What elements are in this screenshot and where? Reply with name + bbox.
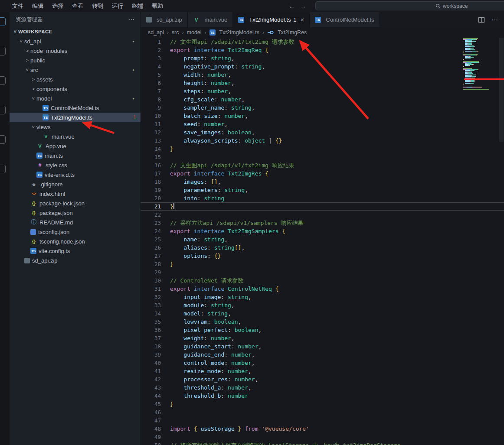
code-line-43[interactable]: 43 threshold_a: number, — [141, 383, 504, 392]
code-line-11[interactable]: 11 seed: number, — [141, 120, 504, 128]
code-line-6[interactable]: 6 height: number, — [141, 79, 504, 87]
code-line-38[interactable]: 38 guidance_start: number, — [141, 342, 504, 351]
scrollbar-thumb[interactable] — [499, 38, 504, 142]
code-line-30[interactable]: 30// ControleNet 请求参数 — [141, 276, 504, 285]
menu-item-3[interactable]: 选择 — [48, 0, 68, 12]
editor-more-actions-icon[interactable]: ⋯ — [491, 16, 498, 24]
tree-item-assets[interactable]: >assets — [10, 75, 141, 84]
tree-item-node_modules[interactable]: >node_modules — [10, 46, 141, 55]
code-line-18[interactable]: 18 images: [], — [141, 178, 504, 186]
tree-item-vite.config.ts[interactable]: TSvite.config.ts — [10, 246, 141, 256]
code-line-48[interactable]: 48import { useStorage } from '@vueuse/co… — [141, 425, 504, 433]
code-line-29[interactable]: 29 — [141, 268, 504, 276]
minimap[interactable] — [463, 38, 499, 90]
nav-back-icon[interactable]: ← — [289, 3, 295, 10]
code-line-7[interactable]: 7 steps: number, — [141, 87, 504, 95]
breadcrumb-item-Txt2ImgModel.ts[interactable]: TSTxt2ImgModel.ts — [209, 29, 259, 36]
extensions-icon[interactable] — [0, 135, 6, 144]
breadcrumb-item-Txt2ImgRes[interactable]: Txt2ImgRes — [267, 29, 307, 36]
code-line-13[interactable]: 13 alwayson_scripts: object | {} — [141, 136, 504, 145]
chevron-down-icon[interactable]: > — [31, 124, 36, 130]
code-line-10[interactable]: 10 batch_size: number, — [141, 112, 504, 120]
breadcrumb-item-model[interactable]: model — [187, 29, 202, 36]
tree-item-ControlNetModel.ts[interactable]: TSControlNetModel.ts — [10, 103, 141, 113]
code-line-27[interactable]: 27 options: {} — [141, 252, 504, 260]
code-line-17[interactable]: 17export interface Txt2ImgRes { — [141, 169, 504, 178]
tree-item-sd_api[interactable]: >sd_api● — [10, 36, 141, 46]
code-line-39[interactable]: 39 guidance_end: number, — [141, 351, 504, 359]
code-line-41[interactable]: 41 resize_mode: number, — [141, 367, 504, 375]
chevron-down-icon[interactable]: > — [31, 95, 36, 101]
tree-item-src[interactable]: >src● — [10, 65, 141, 75]
tree-item-components[interactable]: >components — [10, 84, 141, 94]
code-line-23[interactable]: 23// 采样方法api /sdapi/v1/samplers 响应结果 — [141, 219, 504, 227]
tree-item-main.ts[interactable]: TSmain.ts — [10, 151, 141, 160]
tree-item-sd_api.zip[interactable]: sd_api.zip — [10, 256, 141, 265]
command-search-input[interactable]: workspace — [315, 1, 504, 10]
code-line-25[interactable]: 25 name: string, — [141, 235, 504, 244]
tree-item-vite-env.d.ts[interactable]: TSvite-env.d.ts — [10, 170, 141, 179]
breadcrumb-item-sd_api[interactable]: sd_api — [148, 29, 164, 36]
menu-item-1[interactable]: 文件 — [8, 0, 28, 12]
chevron-right-icon[interactable]: > — [30, 86, 36, 91]
code-line-28[interactable]: 28} — [141, 260, 504, 268]
code-line-47[interactable]: 47 — [141, 416, 504, 425]
code-line-21[interactable]: 21} — [141, 202, 504, 211]
tree-item-public[interactable]: >public — [10, 55, 141, 65]
tree-item-tsconfig.node.json[interactable]: {}tsconfig.node.json — [10, 237, 141, 246]
tab-sd_api.zip[interactable]: sd_api.zip — [141, 12, 188, 27]
nav-forward-icon[interactable]: → — [300, 3, 306, 10]
code-line-24[interactable]: 24export interface Txt2ImgSamplers { — [141, 227, 504, 235]
code-line-1[interactable]: 1// 文生图api /sdapi/v1/txt2img 请求参数 — [141, 38, 504, 46]
code-line-12[interactable]: 12 save_images: boolean, — [141, 128, 504, 136]
breadcrumb-item-src[interactable]: src — [172, 29, 179, 36]
code-line-34[interactable]: 34 model: string, — [141, 309, 504, 318]
code-line-35[interactable]: 35 lowvram: boolean, — [141, 318, 504, 326]
code-line-45[interactable]: 45} — [141, 400, 504, 408]
code-line-26[interactable]: 26 aliases: string[], — [141, 244, 504, 252]
tab-main.vue[interactable]: Vmain.vue — [188, 12, 233, 27]
code-line-2[interactable]: 2export interface Txt2ImgReq { — [141, 46, 504, 54]
code-line-8[interactable]: 8 cfg_scale: number, — [141, 95, 504, 104]
code-line-20[interactable]: 20 info: string — [141, 194, 504, 202]
menu-item-6[interactable]: 运行 — [108, 0, 128, 12]
chevron-right-icon[interactable]: > — [30, 77, 36, 82]
code-line-9[interactable]: 9 sampler_name: string, — [141, 104, 504, 112]
tree-item-model[interactable]: >model● — [10, 94, 141, 103]
code-line-5[interactable]: 5 width: number, — [141, 71, 504, 79]
chevron-down-icon[interactable]: > — [19, 38, 24, 44]
files-icon[interactable] — [0, 17, 6, 26]
code-line-49[interactable]: 49 — [141, 433, 504, 441]
menu-item-2[interactable]: 编辑 — [28, 0, 48, 12]
code-line-19[interactable]: 19 parameters: string, — [141, 186, 504, 194]
search-icon[interactable] — [0, 47, 6, 55]
chevron-down-icon[interactable]: > — [25, 67, 30, 73]
code-line-22[interactable]: 22 — [141, 211, 504, 219]
code-line-44[interactable]: 44 threshold_b: number — [141, 392, 504, 400]
code-line-14[interactable]: 14} — [141, 145, 504, 153]
tree-item-index.html[interactable]: <>index.html — [10, 189, 141, 198]
tab-ControlNetModel.ts[interactable]: TSControlNetModel.ts — [310, 12, 380, 27]
tree-item-.gitignore[interactable]: ◆.gitignore — [10, 179, 141, 189]
workspace-section-header[interactable]: > WORKSPACE — [10, 27, 141, 36]
tree-item-package-lock.json[interactable]: {}package-lock.json — [10, 198, 141, 208]
code-line-15[interactable]: 15 — [141, 153, 504, 161]
menu-item-7[interactable]: 终端 — [128, 0, 147, 12]
code-line-50[interactable]: 50// 将所有组件的输入保存在浏览器的 localStorage 中，key为… — [141, 441, 504, 445]
code-line-32[interactable]: 32 input_image: string, — [141, 293, 504, 301]
code-line-33[interactable]: 33 module: string, — [141, 301, 504, 309]
tab-Txt2ImgModel.ts[interactable]: TSTxt2ImgModel.ts1× — [233, 12, 310, 27]
code-line-31[interactable]: 31export interface ControlNetReq { — [141, 285, 504, 293]
code-line-16[interactable]: 16// 文生图api /sdapi/v1/txt2img 响应结果 — [141, 161, 504, 169]
tree-item-tsconfig.json[interactable]: tsconfig.json — [10, 227, 141, 237]
tree-item-Txt2ImgModel.ts[interactable]: TSTxt2ImgModel.ts1 — [10, 113, 141, 122]
chevron-right-icon[interactable]: > — [24, 48, 30, 53]
tree-item-package.json[interactable]: {}package.json — [10, 208, 141, 218]
code-line-37[interactable]: 37 weight: number, — [141, 334, 504, 342]
editor-scrollbar[interactable] — [499, 38, 504, 445]
code-line-36[interactable]: 36 pixel_perfect: boolean, — [141, 326, 504, 334]
tree-item-main.vue[interactable]: Vmain.vue — [10, 132, 141, 141]
source-control-icon[interactable] — [0, 76, 6, 85]
split-editor-icon[interactable] — [478, 17, 484, 23]
menu-item-5[interactable]: 转到 — [88, 0, 108, 12]
